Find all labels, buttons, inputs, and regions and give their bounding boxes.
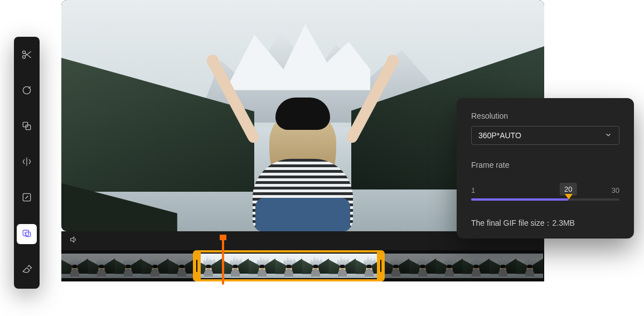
timeline-thumb[interactable] (142, 254, 168, 278)
timeline-thumb[interactable] (436, 254, 463, 278)
mirror-tool[interactable] (17, 153, 37, 173)
export-gif-tool[interactable] (17, 224, 37, 244)
slider-track-fill (471, 198, 568, 201)
left-toolbar (14, 37, 40, 289)
frame-rate-slider[interactable]: 20 1 30 (471, 186, 619, 211)
timeline-thumb[interactable] (516, 254, 543, 278)
frame-rate-max: 30 (612, 186, 619, 195)
erase-tool[interactable] (17, 260, 37, 280)
mirror-icon (21, 156, 32, 169)
draw-tool[interactable] (17, 81, 37, 101)
timeline[interactable] (61, 250, 544, 281)
export-icon (21, 227, 32, 241)
playhead[interactable] (222, 236, 224, 285)
scissors-icon (21, 49, 32, 62)
gif-settings-panel: Resolution 360P*AUTO Frame rate 20 1 30 … (457, 98, 634, 239)
timeline-thumb[interactable] (329, 254, 356, 278)
final-size-label: The final GIF file size：2.3MB (471, 218, 619, 229)
cut-tool[interactable] (17, 46, 37, 66)
timeline-thumb[interactable] (275, 254, 302, 278)
timeline-thumb[interactable] (409, 254, 436, 278)
svg-point-1 (23, 56, 26, 59)
timeline-thumb[interactable] (463, 254, 490, 278)
svg-rect-4 (26, 125, 30, 129)
resolution-value: 360P*AUTO (478, 131, 521, 140)
speaker-icon[interactable] (69, 235, 78, 246)
timeline-thumb[interactable] (356, 254, 382, 278)
copy-icon (21, 120, 32, 134)
crop-tool[interactable] (17, 117, 37, 137)
resize-icon (21, 192, 32, 205)
eraser-icon (21, 263, 32, 276)
target-icon (21, 85, 32, 98)
frame-rate-min: 1 (471, 186, 475, 195)
timeline-thumb[interactable] (88, 254, 115, 278)
svg-point-0 (23, 51, 26, 54)
timeline-thumb[interactable] (490, 254, 516, 278)
resolution-select[interactable]: 360P*AUTO (471, 126, 619, 145)
timeline-thumb[interactable] (61, 254, 88, 278)
svg-rect-3 (23, 122, 27, 127)
timeline-thumb[interactable] (115, 254, 142, 278)
resolution-label: Resolution (471, 111, 619, 120)
timeline-thumb[interactable] (249, 254, 275, 278)
resize-tool[interactable] (17, 188, 37, 208)
timeline-thumb[interactable] (382, 254, 409, 278)
chevron-down-icon (604, 131, 612, 140)
timeline-thumb[interactable] (195, 254, 222, 278)
timeline-thumb[interactable] (168, 254, 195, 278)
timeline-thumb[interactable] (302, 254, 329, 278)
timeline-thumb[interactable] (222, 254, 249, 278)
frame-rate-label: Frame rate (471, 161, 619, 169)
